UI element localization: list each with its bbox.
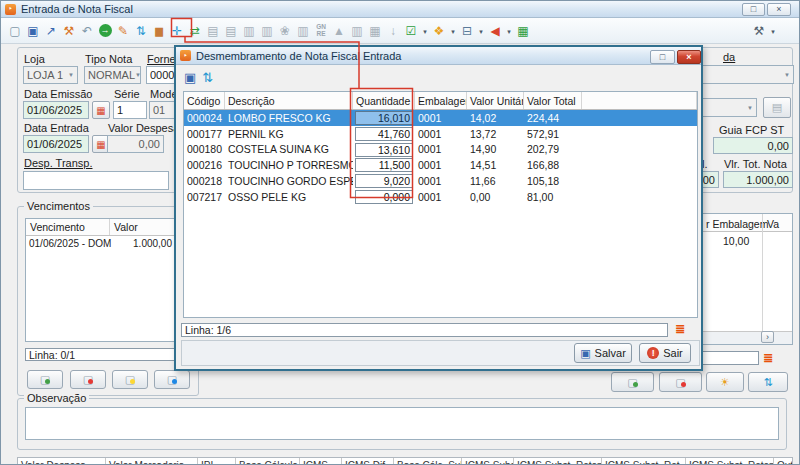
totals-column-header[interactable]: IPI xyxy=(198,458,236,465)
calendar-button[interactable]: ▦ xyxy=(92,101,110,119)
refresh-icon[interactable]: ⇅ xyxy=(133,22,149,40)
totals-column-header[interactable]: Valor Mercadoria xyxy=(106,458,198,465)
close-button[interactable]: × xyxy=(767,3,791,16)
save-icon[interactable]: ▣ xyxy=(25,22,41,40)
totals-column-header[interactable]: ICMS Subst. xyxy=(462,458,514,465)
table-row[interactable]: 000180 COSTELA SUINA KG 13,610 0001 14,9… xyxy=(184,142,697,158)
totals-column-header[interactable]: Outros Subst. xyxy=(774,458,793,465)
desmembramento-table[interactable]: Código Descrição Quantidade Embalagem Va… xyxy=(183,91,698,318)
totals-column-header[interactable]: ICMS Subst. Reten. xyxy=(686,458,774,465)
col-embalagem-fragment[interactable]: r Embalagem xyxy=(706,218,768,230)
wrench-icon[interactable]: ⚒ xyxy=(61,22,77,40)
col-valor-unitario[interactable]: Valor Unitário xyxy=(467,92,524,109)
table-row[interactable]: 000177 PERNIL KG 41,760 0001 13,72 572,9… xyxy=(184,126,697,142)
dialog-maximize-button[interactable]: □ xyxy=(650,50,675,64)
vencimento-row[interactable]: 01/06/2025 - DOM 1.000,00 xyxy=(26,236,176,251)
save-icon: ▣ xyxy=(580,347,590,360)
chevron-down-icon: ▼ xyxy=(747,105,753,111)
refresh-icon[interactable]: ⇅ xyxy=(202,70,213,85)
totals-column-header[interactable]: ICMS Subst. Reten. xyxy=(514,458,602,465)
data-emissao-label: Data Emissão xyxy=(24,88,92,100)
chevron-down-icon[interactable]: ▾ xyxy=(505,22,513,40)
alert-button[interactable]: ☀ xyxy=(706,372,744,392)
app-icon: ‣ xyxy=(5,4,16,15)
forward-icon[interactable]: → xyxy=(97,22,113,40)
new-document-icon[interactable]: ▢ xyxy=(7,22,23,40)
copy-row-button[interactable]: ▢ xyxy=(154,370,190,389)
note-button[interactable]: ▤ xyxy=(763,97,791,118)
data-emissao-field[interactable]: 01/06/2025 xyxy=(23,101,89,119)
tipo-nota-select[interactable]: NORMAL▼ xyxy=(84,66,141,84)
remove-row-button[interactable]: ▢ xyxy=(70,370,106,389)
quantidade-input[interactable]: 16,010 xyxy=(353,110,415,126)
export-icon[interactable]: ↗ xyxy=(43,22,59,40)
quantidade-input[interactable]: 11,500 xyxy=(353,157,415,173)
remove-item-button[interactable]: ▢ xyxy=(659,372,702,392)
edit-row-button[interactable]: ▢ xyxy=(112,370,148,389)
refresh-items-button[interactable]: ⇅ xyxy=(748,372,788,392)
table-row[interactable]: 000218 TOUCINHO GORDO ESPECIAL KG 9,020 … xyxy=(184,173,697,189)
col-quantidade[interactable]: Quantidade xyxy=(353,92,415,109)
tools-icon[interactable]: ⚒ xyxy=(751,22,767,40)
quantidade-input[interactable]: 0,000 xyxy=(353,189,415,205)
totals-column-header[interactable]: Base Cálculo xyxy=(236,458,300,465)
dialog-close-button[interactable]: × xyxy=(677,50,701,64)
add-row-button[interactable]: ▢ xyxy=(27,370,63,389)
right-top-link-fragment[interactable]: da xyxy=(723,51,735,63)
col-vencimento[interactable]: Vencimento xyxy=(26,219,110,235)
scroll-right-button[interactable]: › xyxy=(761,331,774,343)
archive-icon[interactable]: ▆ xyxy=(151,22,167,40)
chevron-down-icon[interactable]: ▾ xyxy=(449,22,457,40)
vlr-tot-nota-field: 1.000,00 xyxy=(723,171,793,188)
salvar-button[interactable]: ▣ Salvar xyxy=(574,343,632,363)
cell-valor-total: 572,91 xyxy=(524,126,582,142)
loja-select[interactable]: LOJA 1▼ xyxy=(23,66,78,84)
save-icon[interactable]: ▣ xyxy=(184,70,196,85)
award-icon[interactable]: ❖ xyxy=(431,22,447,40)
col-codigo[interactable]: Código xyxy=(184,92,225,109)
megaphone-icon[interactable]: ◀ xyxy=(487,22,503,40)
table-row[interactable]: 007217 OSSO PELE KG 0,000 0001 0,00 81,0… xyxy=(184,189,697,205)
quantidade-input[interactable]: 13,610 xyxy=(353,142,415,158)
cell-codigo: 000180 xyxy=(184,142,225,158)
col-descricao[interactable]: Descrição xyxy=(225,92,353,109)
chevron-down-icon[interactable]: ▾ xyxy=(477,22,485,40)
table-row[interactable]: 000216 TOUCINHO P TORRESMO KG 11,500 000… xyxy=(184,157,697,173)
cell-embalagem: 0001 xyxy=(415,110,467,126)
col-valor[interactable]: Valor xyxy=(110,221,138,233)
col-embalagem[interactable]: Embalagem xyxy=(415,92,467,109)
import-xml-icon[interactable]: ☑ xyxy=(403,22,419,40)
col-valor-total[interactable]: Valor Total xyxy=(524,92,582,109)
totals-column-header[interactable]: ICMS Subst. Ret. xyxy=(602,458,686,465)
totals-column-header[interactable]: ICMS xyxy=(300,458,342,465)
sort-icon[interactable]: ≣ xyxy=(675,323,685,335)
serie-field[interactable]: 1 xyxy=(113,101,147,119)
expand-icon[interactable]: ✛ xyxy=(169,22,185,40)
maximize-button[interactable]: □ xyxy=(742,3,765,16)
quantidade-input[interactable]: 41,760 xyxy=(353,126,415,142)
totals-column-header[interactable]: ICMS Dif. xyxy=(342,458,394,465)
print-icon-disabled: ▤ xyxy=(205,22,221,40)
add-item-button[interactable]: ▢ xyxy=(611,372,654,392)
totals-column-header[interactable]: Base Cálc. Subst. xyxy=(394,458,462,465)
col-va-fragment[interactable]: Va xyxy=(767,218,779,230)
chevron-down-icon[interactable]: ▾ xyxy=(421,22,429,40)
spreadsheet-icon[interactable]: ▦ xyxy=(515,22,531,40)
desp-transp-link[interactable]: Desp. Transp. xyxy=(24,157,92,169)
totals-column-header[interactable]: Valor Despesa xyxy=(18,458,106,465)
chevron-down-icon[interactable]: ▾ xyxy=(769,22,777,40)
undo-icon[interactable]: ↶ xyxy=(79,22,95,40)
data-entrada-field[interactable]: 01/06/2025 xyxy=(23,135,89,153)
table-row[interactable]: 000024 LOMBO FRESCO KG 16,010 0001 14,02… xyxy=(184,110,697,126)
edit-note-icon[interactable]: ✎ xyxy=(115,22,131,40)
observacao-textarea[interactable] xyxy=(25,407,779,440)
quantidade-input[interactable]: 9,020 xyxy=(353,173,415,189)
truck-icon[interactable]: ⊟ xyxy=(459,22,475,40)
cell-valor-unitario: 13,72 xyxy=(467,126,524,142)
desp-transp-field[interactable] xyxy=(23,171,169,190)
sort-icon[interactable]: ≣ xyxy=(763,352,773,364)
shuffle-icon[interactable]: ⇄ xyxy=(187,22,203,40)
sair-button[interactable]: ! Sair xyxy=(639,343,691,363)
chevron-down-icon: ▼ xyxy=(784,72,790,78)
vencimentos-table[interactable]: Vencimento Valor 01/06/2025 - DOM 1.000,… xyxy=(25,218,177,342)
